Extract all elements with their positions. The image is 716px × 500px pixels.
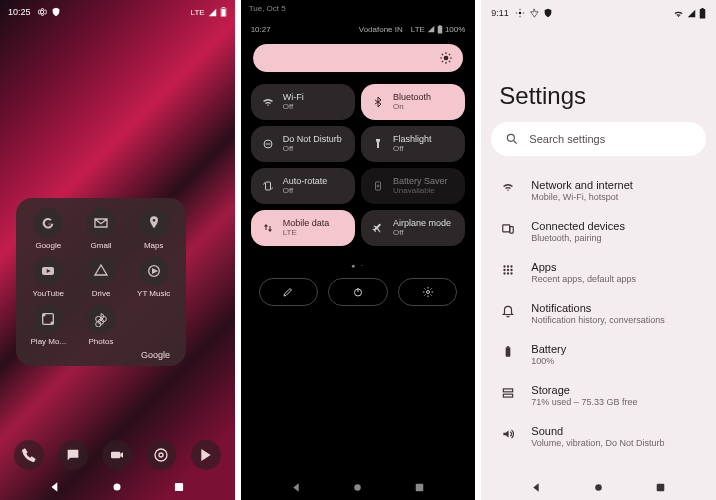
svg-rect-40: [503, 225, 510, 232]
network-label: LTE: [191, 8, 205, 17]
search-input[interactable]: Search settings: [491, 122, 706, 156]
app-playmo[interactable]: Play Mo...: [24, 304, 73, 346]
settings-screen: 9:11 Settings Search settings Network an…: [481, 0, 716, 500]
flashlight-icon: [371, 138, 385, 150]
signal-icon: [208, 8, 217, 17]
tile-mobiledata[interactable]: Mobile dataLTE: [251, 210, 355, 246]
qs-power-button[interactable]: [328, 278, 388, 306]
tile-wifi[interactable]: Wi-FiOff: [251, 84, 355, 120]
battery-icon: [499, 343, 517, 359]
google-icon: [33, 208, 63, 238]
app-label: Photos: [89, 337, 114, 346]
setting-connecteddevices[interactable]: Connected devicesBluetooth, pairing: [481, 211, 716, 252]
setting-title: Apps: [531, 261, 636, 273]
nav-home[interactable]: [592, 481, 605, 494]
nav-home[interactable]: [351, 481, 364, 494]
tile-airplanemode[interactable]: Airplane modeOff: [361, 210, 465, 246]
bell-icon: [499, 302, 517, 318]
gmail-icon: [86, 208, 116, 238]
dock-messages-icon[interactable]: [58, 440, 88, 470]
nav-back[interactable]: [290, 481, 303, 494]
qs-page-indicator: ● ·: [241, 262, 476, 269]
app-drive[interactable]: Drive: [77, 256, 126, 298]
tile-sub: On: [393, 103, 431, 112]
nav-bar: [0, 474, 235, 500]
app-youtube[interactable]: YouTube: [24, 256, 73, 298]
svg-rect-1: [222, 7, 224, 8]
setting-title: Network and internet: [531, 179, 633, 191]
setting-title: Connected devices: [531, 220, 625, 232]
setting-notifications[interactable]: NotificationsNotification history, conve…: [481, 293, 716, 334]
battery-icon: [437, 25, 443, 34]
svg-point-33: [355, 484, 362, 491]
brightness-slider[interactable]: [253, 44, 464, 72]
battery-icon: [699, 8, 706, 19]
tile-sub: LTE: [283, 229, 330, 238]
setting-title: Battery: [531, 343, 566, 355]
nav-home[interactable]: [110, 480, 124, 494]
svg-rect-13: [438, 25, 443, 33]
app-folder[interactable]: GoogleGmailMapsYouTubeDriveYT MusicPlay …: [16, 198, 186, 366]
svg-point-10: [159, 453, 163, 457]
brightness-icon: [439, 51, 453, 65]
tile-donotdisturb[interactable]: Do Not DisturbOff: [251, 126, 355, 162]
app-label: Maps: [144, 241, 164, 250]
svg-point-48: [504, 272, 506, 274]
svg-rect-12: [175, 483, 183, 491]
nav-back[interactable]: [48, 480, 62, 494]
svg-line-22: [442, 61, 443, 62]
tile-autorotate[interactable]: Auto-rotateOff: [251, 168, 355, 204]
app-google[interactable]: Google: [24, 208, 73, 250]
app-label: YT Music: [137, 289, 170, 298]
nav-back[interactable]: [530, 481, 543, 494]
app-label: Google: [35, 241, 61, 250]
signal-icon: [687, 9, 696, 18]
qs-edit-button[interactable]: [259, 278, 319, 306]
tile-batterysaver[interactable]: Battery SaverUnavailable: [361, 168, 465, 204]
svg-point-43: [507, 265, 509, 267]
app-maps[interactable]: Maps: [129, 208, 178, 250]
batterysaver-icon: [371, 180, 385, 192]
app-ytmusic[interactable]: YT Music: [129, 256, 178, 298]
setting-sub: Bluetooth, pairing: [531, 233, 625, 243]
qs-time: 10:27: [251, 25, 271, 34]
dock-camera-icon[interactable]: [102, 440, 132, 470]
mobiledata-icon: [261, 222, 275, 234]
tile-flashlight[interactable]: FlashlightOff: [361, 126, 465, 162]
dock-phone-icon[interactable]: [14, 440, 44, 470]
tile-sub: Off: [283, 187, 328, 196]
qs-settings-button[interactable]: [398, 278, 458, 306]
setting-storage[interactable]: Storage71% used – 75.33 GB free: [481, 375, 716, 416]
sound-icon: [499, 425, 517, 441]
tile-sub: Unavailable: [393, 187, 448, 196]
qs-date: Tue, Oct 5: [249, 4, 286, 13]
svg-point-55: [595, 484, 602, 491]
svg-point-15: [444, 56, 449, 61]
bluetooth-icon: [371, 96, 385, 108]
dock-chrome-icon[interactable]: [146, 440, 176, 470]
svg-line-23: [449, 54, 450, 55]
wifi-icon: [261, 96, 275, 108]
status-bar: 9:11: [481, 6, 716, 20]
photos-icon: [86, 304, 116, 334]
svg-rect-36: [700, 9, 706, 18]
tile-sub: Off: [393, 229, 451, 238]
tile-bluetooth[interactable]: BluetoothOn: [361, 84, 465, 120]
dock-playstore-icon[interactable]: [191, 440, 221, 470]
tile-sub: Off: [393, 145, 432, 154]
app-gmail[interactable]: Gmail: [77, 208, 126, 250]
nav-recent[interactable]: [172, 480, 186, 494]
storage-icon: [499, 384, 517, 400]
search-placeholder: Search settings: [529, 133, 605, 145]
app-photos[interactable]: Photos: [77, 304, 126, 346]
svg-line-20: [442, 54, 443, 55]
app-label: YouTube: [33, 289, 64, 298]
setting-networkandinternet[interactable]: Network and internetMobile, Wi-Fi, hotsp…: [481, 170, 716, 211]
nav-recent[interactable]: [654, 481, 667, 494]
setting-battery[interactable]: Battery100%: [481, 334, 716, 375]
svg-rect-41: [510, 227, 514, 233]
nav-recent[interactable]: [413, 481, 426, 494]
setting-apps[interactable]: AppsRecent apps, default apps: [481, 252, 716, 293]
setting-sound[interactable]: SoundVolume, vibration, Do Not Disturb: [481, 416, 716, 457]
svg-rect-56: [657, 483, 665, 491]
